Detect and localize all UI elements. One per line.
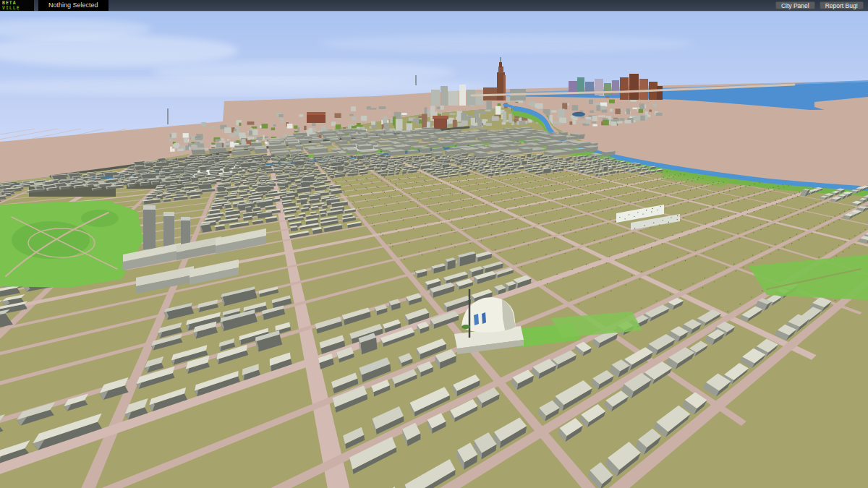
betaville-logo: BETA VILLE (0, 0, 34, 11)
report-bug-button[interactable]: Report Bug! (820, 1, 864, 9)
top-toolbar: BETA VILLE Nothing Selected City Panel R… (0, 0, 868, 12)
selection-status: Nothing Selected (38, 0, 109, 11)
betaville-window: BETA VILLE Nothing Selected City Panel R… (0, 0, 868, 488)
logo-line2: VILLE (2, 6, 34, 11)
city-panel-button[interactable]: City Panel (775, 1, 815, 9)
toolbar-spacer (109, 0, 775, 11)
city-3d-viewport[interactable] (0, 0, 868, 488)
